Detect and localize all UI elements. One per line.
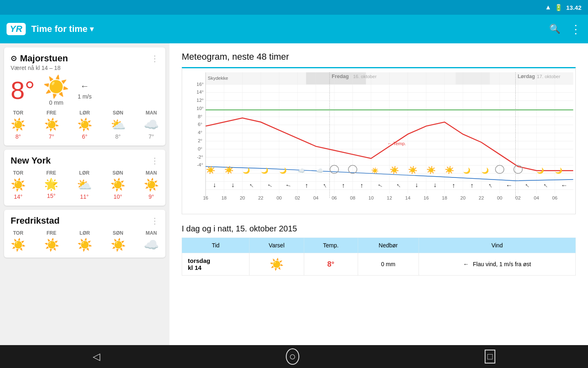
svg-text:02: 02	[295, 196, 300, 201]
svg-text:18: 18	[442, 196, 447, 201]
svg-text:🌙: 🌙	[481, 167, 489, 174]
svg-text:00: 00	[276, 196, 282, 201]
svg-text:Skydekke: Skydekke	[208, 76, 228, 81]
sidebar: ⊙ Majorstuen ⋮ Været nå kl 14 – 18 8° ☀️…	[0, 43, 169, 345]
svg-text:-4°: -4°	[197, 163, 203, 168]
vind-text: Flau vind, 1 m/s fra øst	[473, 261, 531, 267]
svg-text:☁️: ☁️	[298, 167, 305, 174]
svg-text:04: 04	[313, 196, 318, 201]
fredrikstad-card[interactable]: Fredrikstad ⋮ TOR ☀️ FRE ☀️ LØR ☀️ SØN	[4, 210, 165, 258]
svg-text:00: 00	[497, 196, 502, 201]
svg-text:☀️: ☀️	[224, 166, 234, 175]
today-subtitle: 15. oktober 2015	[236, 224, 297, 233]
svg-text:☀️: ☀️	[408, 166, 418, 175]
ny-forecast-3: SØN ☀️ 10°	[110, 170, 125, 200]
svg-text:🌙: 🌙	[537, 167, 544, 174]
ny-forecast-1: FRE 🌟 15°	[44, 170, 58, 200]
ny-forecast-0: TOR ☀️ 14°	[11, 170, 26, 200]
svg-text:🌙: 🌙	[279, 167, 287, 174]
temp-cell: 8°	[304, 253, 358, 276]
svg-text:-2°: -2°	[197, 155, 203, 159]
svg-text:06: 06	[332, 196, 337, 201]
svg-text:04: 04	[534, 196, 539, 201]
vind-cell: ← Flau vind, 1 m/s fra øst	[419, 253, 575, 276]
svg-text:10°: 10°	[196, 106, 203, 111]
varsel-icon: ☀️	[270, 258, 284, 271]
majorstuen-card[interactable]: ⊙ Majorstuen ⋮ Været nå kl 14 – 18 8° ☀️…	[4, 47, 165, 146]
forecast-day-0: TOR ☀️ 8°	[11, 110, 26, 140]
th-varsel: Varsel	[249, 238, 304, 253]
menu-icon[interactable]: ⋮	[570, 22, 581, 36]
tid-cell: torsdag kl 14	[182, 253, 249, 276]
fre-forecast-0: TOR ☀️	[11, 230, 26, 252]
svg-text:↑: ↑	[560, 184, 568, 187]
majorstuen-wind-speed: 1 m/s	[78, 93, 91, 100]
svg-text:← Temp.: ← Temp.	[387, 141, 406, 146]
today-title-bold: I dag og i natt,	[182, 224, 234, 233]
back-button[interactable]: ◁	[93, 351, 100, 362]
main-layout: ⊙ Majorstuen ⋮ Været nå kl 14 – 18 8° ☀️…	[0, 43, 588, 345]
meteogram-subtitle: neste 48 timer	[232, 52, 289, 62]
svg-text:🌙: 🌙	[243, 167, 250, 174]
more-options-majorstuen[interactable]: ⋮	[151, 54, 159, 63]
svg-text:0°: 0°	[198, 146, 202, 151]
new-york-card[interactable]: New York ⋮ TOR ☀️ 14° FRE 🌟 15° LØR ⛅ 11…	[4, 150, 165, 206]
svg-text:↑: ↑	[470, 182, 474, 188]
top-bar-right: 🔍 ⋮	[549, 22, 581, 36]
svg-text:18: 18	[221, 196, 227, 201]
svg-text:14°: 14°	[196, 90, 203, 95]
svg-text:08: 08	[350, 196, 355, 201]
more-options-fredrikstad[interactable]: ⋮	[151, 216, 159, 226]
yr-logo[interactable]: YR	[7, 23, 26, 35]
ny-forecast-2: LØR ⛅ 11°	[77, 170, 92, 200]
svg-text:6°: 6°	[198, 122, 202, 127]
svg-text:12°: 12°	[196, 98, 203, 103]
svg-text:☁️: ☁️	[316, 167, 324, 174]
meteogram-title-bold: Meteogram,	[182, 52, 229, 62]
svg-text:↑: ↑	[505, 184, 512, 187]
svg-text:↑: ↑	[341, 182, 345, 188]
forecast-day-3: SØN ⛅ 8°	[111, 110, 126, 140]
svg-text:☀️: ☀️	[426, 166, 436, 175]
svg-text:16: 16	[203, 196, 208, 201]
svg-text:16. oktober: 16. oktober	[353, 74, 377, 79]
svg-text:Fredag: Fredag	[332, 74, 349, 79]
svg-text:20: 20	[460, 196, 466, 201]
nedbor-cell: 0 mm	[358, 253, 419, 276]
svg-text:2°: 2°	[198, 138, 202, 143]
svg-text:🌙: 🌙	[463, 167, 471, 174]
svg-text:20: 20	[240, 196, 245, 201]
home-button[interactable]: ○	[286, 348, 299, 365]
bottom-nav: ◁ ○ □	[0, 345, 588, 368]
svg-text:17. oktober: 17. oktober	[537, 74, 561, 79]
svg-text:↑: ↑	[231, 182, 234, 189]
svg-text:↑: ↑	[360, 182, 363, 188]
fre-forecast-2: LØR ☀️	[77, 230, 92, 252]
svg-text:↑: ↑	[415, 182, 418, 189]
forecast-day-4: MAN ☁️ 7°	[144, 110, 159, 140]
svg-text:☀️: ☀️	[390, 166, 399, 175]
svg-text:↑: ↑	[452, 182, 455, 188]
dropdown-icon[interactable]: ▾	[90, 25, 94, 34]
chart-svg: 16° 14° 12° 10° 8° 6° 4° 2° 0° -2° -4° S…	[182, 68, 575, 214]
majorstuen-name: ⊙ Majorstuen	[11, 53, 68, 64]
ny-forecast-4: MAN ☀️ 9°	[144, 170, 159, 200]
fredrikstad-forecast: TOR ☀️ FRE ☀️ LØR ☀️ SØN ☀️ MAN ☁️	[11, 230, 159, 252]
svg-text:02: 02	[515, 196, 521, 201]
new-york-forecast: TOR ☀️ 14° FRE 🌟 15° LØR ⛅ 11° SØN ☀️	[11, 170, 159, 200]
th-vind: Vind	[419, 238, 575, 253]
varsel-cell: ☀️	[249, 253, 304, 276]
th-temp: Temp.	[304, 238, 358, 253]
svg-text:12: 12	[387, 196, 392, 201]
status-bar: ▲ 🔋 13.42	[0, 0, 588, 15]
recents-button[interactable]: □	[485, 350, 495, 364]
location-icon: ⊙	[11, 54, 17, 63]
svg-text:16°: 16°	[196, 82, 203, 87]
forecast-day-2: LØR ☀️ 6°	[77, 110, 92, 140]
majorstuen-wind: ← 1 m/s	[78, 81, 91, 100]
search-icon[interactable]: 🔍	[549, 24, 560, 34]
tid-sub: kl 14	[188, 264, 243, 271]
svg-text:🌙: 🌙	[261, 167, 269, 174]
wifi-icon: ▲	[545, 4, 552, 11]
more-options-newyork[interactable]: ⋮	[151, 156, 159, 166]
